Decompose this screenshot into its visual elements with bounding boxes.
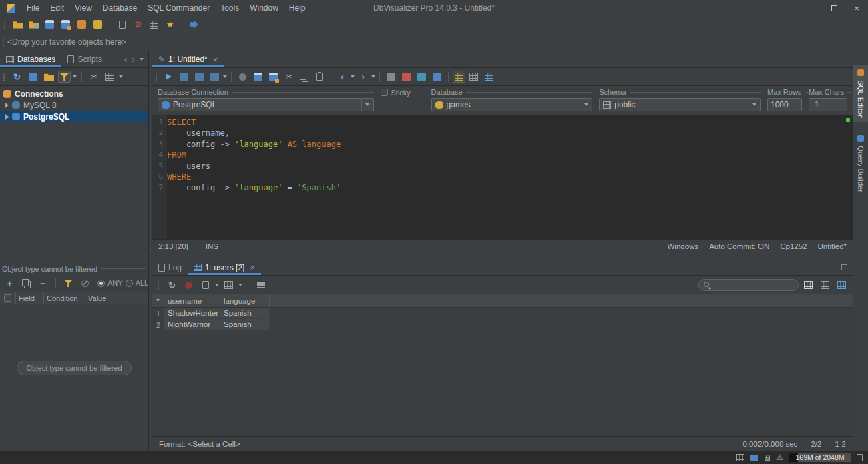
code-line[interactable]: 3 config -> 'language' AS language xyxy=(152,139,853,150)
properties-menu-caret-icon[interactable] xyxy=(119,75,123,78)
tree-item-postgresql[interactable]: PostgreSQL xyxy=(0,111,148,122)
filter-toggle-button[interactable] xyxy=(58,71,71,83)
schema-select[interactable]: public xyxy=(599,98,761,111)
expand-chevron-icon[interactable] xyxy=(5,103,9,108)
forward-menu-caret-icon[interactable] xyxy=(371,75,375,78)
paste-button[interactable] xyxy=(312,70,327,83)
vtab-sql-editor[interactable]: SQL Editor xyxy=(853,65,868,122)
bookmark-button[interactable]: ★ xyxy=(163,18,177,31)
run-button[interactable] xyxy=(162,70,176,83)
add-connection-button[interactable] xyxy=(26,70,40,83)
close-tab-icon[interactable]: × xyxy=(213,55,218,65)
menu-tools[interactable]: Tools xyxy=(215,0,244,16)
database-select[interactable]: games xyxy=(431,98,593,111)
warning-icon[interactable]: ⚠ xyxy=(776,453,783,461)
table-view-button[interactable] xyxy=(801,278,815,292)
history-button[interactable] xyxy=(415,70,429,83)
menu-help[interactable]: Help xyxy=(284,0,311,16)
grid-view-button[interactable] xyxy=(147,18,161,31)
format-sql-button[interactable] xyxy=(399,70,413,83)
refresh-button[interactable]: ↻ xyxy=(10,70,24,83)
cell-username[interactable]: NightWarrior xyxy=(164,319,220,330)
connect-button[interactable] xyxy=(75,18,89,31)
tab-users-result[interactable]: 1: users [2] × xyxy=(188,260,261,275)
back-menu-caret-icon[interactable] xyxy=(351,75,355,78)
disconnect-button[interactable] xyxy=(91,18,105,31)
compare-button[interactable] xyxy=(384,70,398,83)
panel-splitter-handle[interactable]: ····· xyxy=(0,255,148,263)
rerun-button[interactable]: ↻ xyxy=(165,278,179,292)
dropdown-button[interactable] xyxy=(361,99,373,111)
tab-databases[interactable]: Databases xyxy=(0,51,61,67)
stop-result-button[interactable] xyxy=(182,278,196,292)
tab-untitled[interactable]: ✎ 1: Untitled* × xyxy=(152,51,224,67)
minimize-button[interactable]: – xyxy=(800,0,823,16)
properties-button[interactable] xyxy=(103,70,117,83)
vtab-query-builder[interactable]: Query Builder xyxy=(853,130,868,197)
maximize-panel-icon[interactable] xyxy=(841,264,847,270)
save-button[interactable] xyxy=(43,18,57,31)
grid-menu-button[interactable] xyxy=(254,278,268,292)
copy-button[interactable] xyxy=(297,70,311,83)
filter-col-field[interactable]: Field xyxy=(16,292,44,304)
navigator-button[interactable] xyxy=(187,18,201,31)
code-line[interactable]: 6WHERE xyxy=(152,172,853,182)
status-autocommit[interactable]: Auto Commit: ON xyxy=(709,242,769,250)
filter-select-all-cell[interactable] xyxy=(0,292,16,304)
edit-table-button[interactable] xyxy=(482,70,496,83)
search-input[interactable] xyxy=(714,281,794,289)
sql-editor[interactable]: 1SELECT2 username,3 config -> 'language'… xyxy=(152,115,853,239)
memory-indicator[interactable]: 169M of 2048M xyxy=(789,453,851,462)
cell-username[interactable]: ShadowHunter xyxy=(164,308,220,319)
dropdown-button[interactable] xyxy=(748,99,760,111)
lock-icon[interactable] xyxy=(765,457,770,461)
tab-scroll-left-icon[interactable]: ‹ xyxy=(124,55,128,64)
all-radio[interactable] xyxy=(126,280,133,287)
filter-menu-caret-icon[interactable] xyxy=(73,75,77,78)
row-number[interactable]: 2 xyxy=(152,319,164,330)
run-current-button[interactable] xyxy=(208,70,222,83)
copy-filter-button[interactable] xyxy=(19,276,33,290)
save-as-button[interactable] xyxy=(59,18,73,31)
sticky-checkbox[interactable] xyxy=(381,89,388,96)
menu-view[interactable]: View xyxy=(69,0,97,16)
tree-root-connections[interactable]: Connections xyxy=(0,88,148,99)
dropdown-button[interactable] xyxy=(580,99,592,111)
add-folder-button[interactable] xyxy=(42,70,56,83)
cut-button[interactable]: ✂ xyxy=(282,70,296,83)
export-button[interactable] xyxy=(198,278,212,292)
code-line[interactable]: 1SELECT xyxy=(152,117,853,128)
code-line[interactable]: 7 config -> 'language' = 'Spanish' xyxy=(152,182,853,193)
run-script-button[interactable] xyxy=(177,70,191,83)
add-filter-button[interactable]: + xyxy=(3,276,17,290)
database-connection-select[interactable]: PostgreSQL xyxy=(158,98,374,111)
result-as-table-button[interactable] xyxy=(453,71,465,83)
chart-view-button[interactable] xyxy=(835,278,849,292)
any-radio[interactable] xyxy=(97,280,105,287)
filter-disabled-button[interactable]: Object type cannot be filtered xyxy=(17,361,131,375)
grid-col-username[interactable]: username xyxy=(164,294,220,307)
row-number[interactable]: 1 xyxy=(152,308,164,319)
tab-scripts[interactable]: Scripts xyxy=(61,51,108,67)
disable-filter-button[interactable] xyxy=(78,276,92,290)
toolbar-grip[interactable] xyxy=(3,72,5,82)
menu-file[interactable]: File xyxy=(21,0,45,16)
grid-col-language[interactable]: language xyxy=(220,294,270,307)
maximize-button[interactable] xyxy=(823,0,845,16)
expand-chevron-icon[interactable] xyxy=(5,114,9,120)
apply-filter-button[interactable] xyxy=(61,276,75,290)
disconnect-button[interactable]: ✂ xyxy=(87,70,101,83)
view-options-button[interactable] xyxy=(222,278,236,292)
toolbar-grip[interactable] xyxy=(3,19,6,29)
save-button[interactable] xyxy=(251,70,265,83)
favorites-grip[interactable] xyxy=(2,37,5,47)
menu-edit[interactable]: Edit xyxy=(45,0,69,16)
open-file-button[interactable] xyxy=(11,18,25,31)
toolbar-grip[interactable] xyxy=(155,72,158,82)
close-tab-icon[interactable]: × xyxy=(250,262,255,272)
close-button[interactable]: × xyxy=(845,0,868,16)
new-commander-button[interactable] xyxy=(115,18,129,31)
cell-language[interactable]: Spanish xyxy=(220,319,270,330)
text-view-button[interactable] xyxy=(818,278,832,292)
trash-icon[interactable] xyxy=(857,454,863,461)
